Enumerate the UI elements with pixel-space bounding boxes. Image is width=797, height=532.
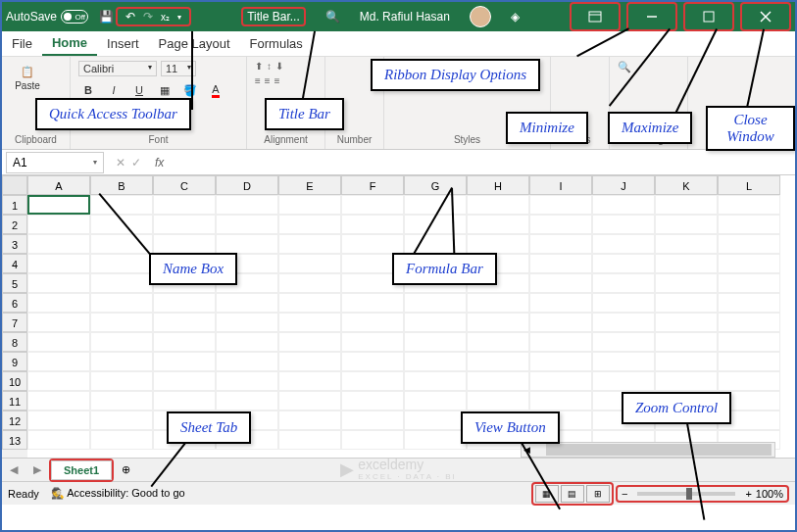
cell[interactable]	[90, 352, 153, 371]
cell[interactable]	[27, 430, 90, 450]
cell[interactable]	[718, 313, 780, 332]
cell[interactable]	[90, 215, 153, 234]
cell[interactable]	[718, 332, 780, 352]
cell[interactable]	[341, 332, 404, 352]
sheet-nav-prev-icon[interactable]: ◀	[2, 463, 25, 476]
cell[interactable]	[529, 234, 592, 254]
sheet-nav-next-icon[interactable]: ▶	[25, 463, 49, 476]
align-right-icon[interactable]: ≡	[274, 75, 280, 86]
close-button[interactable]	[746, 5, 785, 28]
row-header[interactable]: 8	[2, 332, 27, 352]
cell[interactable]	[90, 195, 153, 215]
maximize-button[interactable]	[689, 5, 728, 28]
tab-page-layout[interactable]: Page Layout	[149, 32, 240, 55]
cell[interactable]	[467, 332, 529, 352]
cell[interactable]	[27, 215, 90, 234]
cell[interactable]	[467, 371, 529, 391]
cell[interactable]	[718, 273, 780, 293]
zoom-out-button[interactable]: −	[622, 488, 627, 500]
row-header[interactable]: 3	[2, 234, 27, 254]
align-center-icon[interactable]: ≡	[265, 75, 271, 86]
cell[interactable]	[404, 293, 467, 313]
col-header[interactable]: D	[216, 175, 278, 195]
cell[interactable]	[467, 293, 529, 313]
horizontal-scrollbar[interactable]: ◀	[521, 442, 775, 458]
col-header[interactable]: K	[655, 175, 718, 195]
cell[interactable]	[655, 234, 718, 254]
view-pagelayout-button[interactable]: ▤	[561, 485, 584, 503]
cell[interactable]	[529, 254, 592, 273]
cell[interactable]	[467, 234, 529, 254]
find-icon[interactable]: 🔍	[618, 61, 631, 73]
align-mid-icon[interactable]: ↕	[267, 61, 272, 72]
zoom-level[interactable]: 100%	[756, 488, 783, 500]
cell[interactable]	[655, 332, 718, 352]
enter-formula-icon[interactable]: ✓	[131, 156, 141, 169]
cell[interactable]	[278, 332, 341, 352]
cell[interactable]	[90, 430, 153, 450]
qat-more-icon[interactable]: x₂	[161, 12, 170, 23]
select-all-corner[interactable]	[2, 175, 27, 195]
cell[interactable]	[278, 254, 341, 273]
ribbon-display-options-button[interactable]	[575, 5, 615, 28]
cell[interactable]	[467, 215, 529, 234]
fx-icon[interactable]: fx	[149, 156, 170, 169]
cell[interactable]	[529, 391, 592, 411]
cell[interactable]	[718, 215, 780, 234]
row-header[interactable]: 12	[2, 411, 27, 430]
cell[interactable]	[592, 195, 655, 215]
search-icon[interactable]: 🔍	[325, 10, 340, 24]
cell[interactable]	[216, 313, 278, 332]
cell[interactable]	[153, 234, 216, 254]
cell[interactable]	[153, 293, 216, 313]
cell[interactable]	[404, 352, 467, 371]
cell[interactable]	[216, 371, 278, 391]
cell[interactable]	[655, 195, 718, 215]
row-header[interactable]: 13	[2, 430, 27, 450]
cell[interactable]	[341, 293, 404, 313]
col-header[interactable]: G	[404, 175, 467, 195]
cell[interactable]	[404, 313, 467, 332]
cell[interactable]	[341, 371, 404, 391]
user-avatar[interactable]	[470, 6, 491, 27]
col-header[interactable]: J	[592, 175, 655, 195]
tab-formulas[interactable]: Formulas	[240, 32, 313, 55]
cell[interactable]	[655, 313, 718, 332]
font-family-dropdown[interactable]: Calibri▾	[78, 61, 157, 76]
cell[interactable]	[153, 215, 216, 234]
col-header[interactable]: C	[153, 175, 216, 195]
cell[interactable]	[90, 371, 153, 391]
fill-color-button[interactable]: 🪣	[180, 80, 200, 100]
add-sheet-button[interactable]: ⊕	[114, 463, 138, 476]
cell[interactable]	[592, 332, 655, 352]
font-color-button[interactable]: A	[206, 80, 225, 100]
cell[interactable]	[27, 273, 90, 293]
cell[interactable]	[278, 234, 341, 254]
cell[interactable]	[529, 371, 592, 391]
cell[interactable]	[278, 391, 341, 411]
cell[interactable]	[529, 215, 592, 234]
cell[interactable]	[655, 254, 718, 273]
bold-button[interactable]: B	[78, 80, 98, 100]
cell[interactable]	[341, 391, 404, 411]
row-header[interactable]: 7	[2, 313, 27, 332]
cell[interactable]	[592, 352, 655, 371]
cell[interactable]	[27, 332, 90, 352]
cell[interactable]	[718, 293, 780, 313]
cell-A1[interactable]	[27, 195, 90, 215]
cell[interactable]	[718, 352, 780, 371]
diamond-icon[interactable]: ◈	[511, 10, 520, 24]
minimize-button[interactable]	[632, 5, 672, 28]
cell[interactable]	[27, 371, 90, 391]
col-header[interactable]: A	[27, 175, 90, 195]
cell[interactable]	[27, 234, 90, 254]
tab-file[interactable]: File	[2, 32, 42, 55]
cell[interactable]	[27, 313, 90, 332]
paste-button[interactable]: 📋Paste	[10, 61, 45, 96]
cell[interactable]	[153, 371, 216, 391]
cell[interactable]	[655, 273, 718, 293]
row-header[interactable]: 5	[2, 273, 27, 293]
cell[interactable]	[278, 313, 341, 332]
cell[interactable]	[341, 352, 404, 371]
cell[interactable]	[467, 195, 529, 215]
